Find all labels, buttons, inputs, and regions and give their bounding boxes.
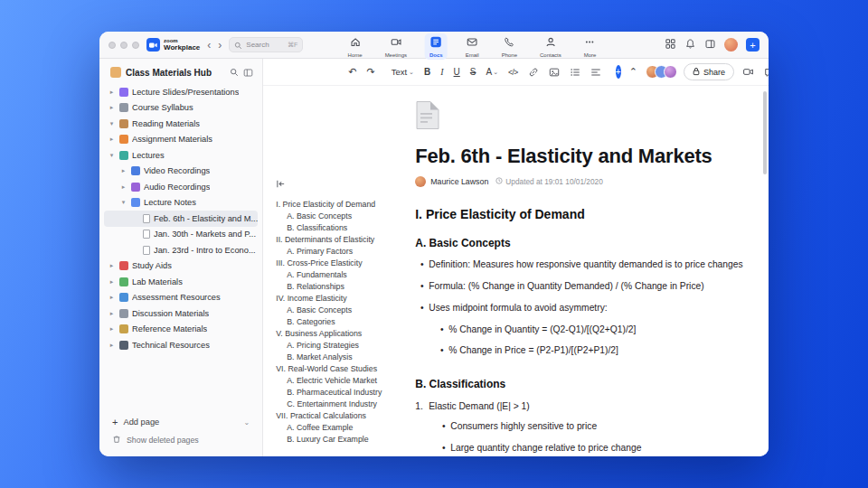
sidebar-item[interactable]: ▸Assessment Resources [104, 290, 258, 306]
toc-item[interactable]: B. Categories [276, 316, 411, 328]
bullet-item[interactable]: •Large quantity change relative to price… [437, 443, 745, 455]
toc-item[interactable]: A. Pricing Strategies [276, 340, 411, 352]
toc-item[interactable]: VI. Real-World Case Studies [276, 363, 411, 375]
italic-button[interactable]: I [439, 65, 445, 79]
collapse-toolbar-button[interactable]: ⌃ [627, 64, 639, 80]
back-button[interactable]: ‹ [207, 40, 211, 51]
redo-button[interactable]: ↷ [364, 64, 376, 80]
chevron-right-icon[interactable]: ▸ [108, 310, 116, 317]
sidebar-item[interactable]: ▸Lab Materials [104, 274, 258, 290]
chevron-right-icon[interactable]: ▸ [119, 167, 127, 174]
collaborator-avatar[interactable] [664, 65, 677, 79]
tab-meetings[interactable]: Meetings [381, 33, 411, 60]
sidebar-item[interactable]: ▸Technical Resources [104, 337, 258, 353]
sidebar-item[interactable]: ▸Lecture Slides/Presentations [104, 84, 258, 100]
chevron-right-icon[interactable]: ▸ [108, 262, 116, 269]
show-deleted-pages-button[interactable]: Show deleted pages [99, 431, 262, 449]
toc-item[interactable]: VII. Practical Calculations [276, 410, 411, 422]
chevron-down-icon[interactable]: ⌄ [244, 418, 250, 427]
chevron-down-icon[interactable]: ▾ [119, 199, 127, 206]
record-button[interactable] [741, 64, 756, 80]
font-color-button[interactable]: A ⌄ [484, 65, 500, 79]
link-button[interactable] [526, 65, 541, 80]
chevron-right-icon[interactable]: ▸ [108, 89, 116, 96]
sidebar-item[interactable]: ▾Reading Materials [104, 116, 258, 132]
toc-item[interactable]: A. Electric Vehicle Market [276, 375, 411, 387]
toc-item[interactable]: C. Entertainment Industry [276, 399, 411, 410]
chevron-down-icon[interactable]: ▾ [108, 120, 116, 127]
image-button[interactable] [547, 65, 561, 80]
ai-companion-button[interactable]: + [616, 65, 621, 79]
tab-email[interactable]: Email [461, 33, 484, 60]
align-button[interactable] [589, 65, 603, 80]
bullet-item[interactable]: •% Change in Quantity = (Q2-Q1)/[(Q2+Q1)… [435, 324, 745, 336]
minimize-button[interactable] [120, 42, 127, 49]
sidebar-item[interactable]: ▸Reference Materials [104, 322, 258, 338]
bullet-item[interactable]: •Formula: (% Change in Quantity Demanded… [415, 281, 745, 293]
chevron-right-icon[interactable]: ▸ [119, 183, 127, 191]
sidebar-item[interactable]: ▸Assignment Materials [104, 132, 258, 148]
toc-item[interactable]: A. Basic Concepts [276, 211, 411, 222]
toc-item[interactable]: B. Luxury Car Example [276, 434, 411, 446]
sidebar-item[interactable]: ▸Discussion Materials [104, 305, 258, 322]
sidebar-item[interactable]: Jan. 30th - Markets and P... [104, 227, 258, 243]
toc-item[interactable]: II. Determinants of Elasticity [276, 234, 411, 246]
sidebar-item[interactable]: ▸Audio Recordings [104, 179, 258, 195]
share-button[interactable]: Share [684, 63, 734, 80]
sidebar-collapse-button[interactable] [243, 68, 253, 78]
bullet-item[interactable]: •Uses midpoint formula to avoid asymmetr… [415, 303, 745, 314]
toc-item[interactable]: B. Pharmaceutical Industry [276, 387, 411, 399]
toc-item[interactable]: B. Relationships [276, 281, 411, 293]
chevron-right-icon[interactable]: ▸ [108, 294, 116, 301]
document-body[interactable]: Feb. 6th - Elasticity and Markets Mauric… [415, 86, 745, 456]
bold-button[interactable]: B [422, 65, 432, 79]
underline-button[interactable]: U [452, 65, 462, 79]
toc-item[interactable]: A. Fundamentals [276, 269, 411, 281]
toc-item[interactable]: V. Business Applications [276, 328, 411, 340]
chevron-down-icon[interactable]: ▾ [108, 152, 116, 159]
bulleted-list-button[interactable] [568, 65, 582, 80]
numbered-item[interactable]: 1.Elastic Demand (|E| > 1) [415, 401, 745, 411]
sidebar-item[interactable]: ▾Lectures [104, 147, 258, 164]
chevron-right-icon[interactable]: ▸ [108, 104, 116, 111]
tab-phone[interactable]: Phone [497, 33, 522, 60]
bullet-item[interactable]: •% Change in Price = (P2-P1)/[(P2+P1)/2] [435, 345, 745, 357]
text-style-dropdown[interactable]: Text ⌄ [390, 65, 416, 79]
toc-item[interactable]: A. Coffee Example [276, 422, 411, 434]
notifications-bell-button[interactable] [684, 38, 696, 52]
apps-grid-button[interactable] [665, 38, 676, 52]
zoom-window-button[interactable] [132, 42, 139, 49]
sidebar-item[interactable]: ▾Lecture Notes [104, 195, 258, 211]
forward-button[interactable]: › [218, 40, 222, 51]
panel-toggle-button[interactable] [704, 38, 716, 52]
chevron-right-icon[interactable]: ▸ [108, 342, 116, 349]
tab-contacts[interactable]: Contacts [535, 33, 566, 60]
sidebar-item[interactable]: ▸Video Recordings [104, 164, 258, 180]
sidebar-item[interactable]: Feb. 6th - Elasticity and M... [104, 211, 258, 227]
comments-button[interactable] [762, 65, 769, 80]
toc-item[interactable]: B. Market Analysis [276, 352, 411, 363]
toc-item[interactable]: I. Price Elasticity of Demand [276, 199, 411, 211]
sidebar-item[interactable]: ▸Study Aids [104, 258, 258, 275]
toc-item[interactable]: A. Basic Concepts [276, 305, 411, 316]
toc-item[interactable]: B. Classifications [276, 222, 411, 234]
chevron-right-icon[interactable]: ▸ [108, 325, 116, 333]
undo-button[interactable]: ↶ [346, 64, 358, 80]
sidebar-item[interactable]: ▸Course Syllabus [104, 100, 258, 117]
global-search-input[interactable]: Search ⌘F [229, 37, 303, 52]
toc-item[interactable]: IV. Income Elasticity [276, 293, 411, 305]
sidebar-search-button[interactable] [230, 68, 239, 77]
tab-docs[interactable]: Docs [425, 33, 448, 60]
document-title[interactable]: Feb. 6th - Elasticity and Markets [415, 145, 745, 168]
chevron-right-icon[interactable]: ▸ [108, 278, 116, 286]
chevron-right-icon[interactable]: ▸ [108, 136, 116, 143]
tab-home[interactable]: Home [344, 33, 367, 60]
bullet-item[interactable]: •Definition: Measures how responsive qua… [415, 259, 745, 271]
toc-collapse-icon[interactable] [276, 176, 411, 192]
subsection-heading[interactable]: B. Classifications [415, 378, 745, 390]
code-button[interactable]: </> [506, 66, 520, 79]
toc-item[interactable]: A. Primary Factors [276, 246, 411, 258]
close-button[interactable] [108, 42, 116, 49]
subsection-heading[interactable]: A. Basic Concepts [415, 237, 745, 249]
add-page-button[interactable]: + Add page ⌄ [99, 413, 262, 431]
